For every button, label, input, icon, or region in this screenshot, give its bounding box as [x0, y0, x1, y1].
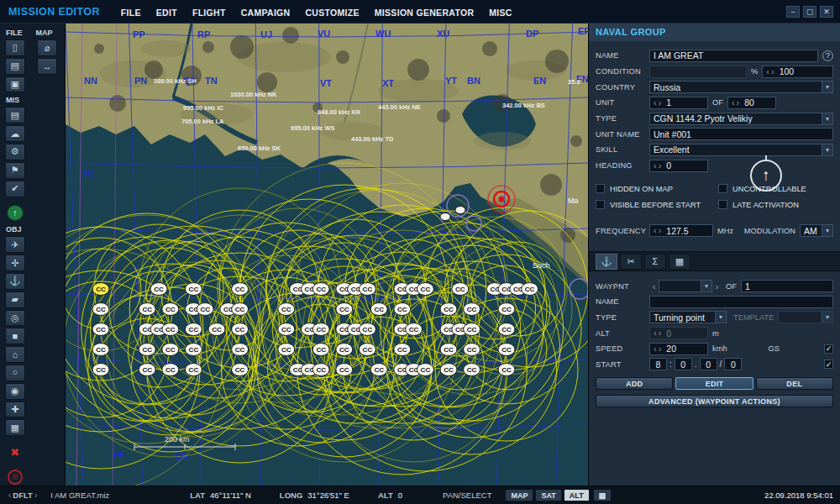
unit-badge[interactable]: CC [232, 283, 249, 296]
ed-logo[interactable]: ◎ [8, 470, 23, 485]
unit-badge[interactable]: CC [336, 364, 353, 376]
unit-badge[interactable]: CC [370, 303, 387, 316]
unit-badge[interactable]: CC [208, 323, 225, 336]
menu-misc[interactable]: MISC [481, 8, 519, 18]
condition-probability-spinner[interactable]: ‹ › 100 [762, 66, 833, 78]
spin-right-icon[interactable]: › [659, 344, 662, 354]
menu-file[interactable]: FILE [113, 8, 149, 18]
unit-badge[interactable]: CC [359, 323, 375, 336]
view-alt-button[interactable]: ALT [564, 489, 590, 501]
unit-badge[interactable]: CC [394, 344, 411, 356]
start-seconds-input[interactable]: 0 [700, 358, 717, 370]
unit-badge[interactable]: CC [278, 323, 295, 336]
spin-right-icon[interactable]: › [659, 226, 662, 235]
map-viewport[interactable]: PPRPUJVUWUXUDPEPNNPNQNTNVTXTYTBNENFNNLPE… [66, 24, 588, 486]
help-button[interactable]: ? [822, 50, 833, 61]
unit-badge[interactable]: CC [150, 283, 167, 296]
start-minutes-input[interactable]: 0 [675, 358, 692, 370]
unit-badge[interactable]: CC [440, 364, 457, 376]
add-vehicle-button[interactable]: ▰ [5, 291, 25, 308]
tab-payload[interactable]: ▦ [669, 254, 690, 270]
coord-mode-prev-button[interactable]: ‹ [8, 491, 11, 500]
add-aircraft-button[interactable]: ✈ [5, 236, 25, 253]
unit-badge[interactable]: CC [452, 283, 469, 296]
menu-mission-generator[interactable]: MISSION GENERATOR [367, 8, 481, 18]
add-warehouse-button[interactable]: ▦ [5, 419, 25, 436]
advanced-waypoint-actions-button[interactable]: ADVANCED (WAYPOINT ACTIONS) [596, 395, 833, 407]
maximize-button[interactable]: ▢ [803, 6, 816, 18]
unit-badge[interactable]: CC [232, 323, 249, 336]
unit-badge[interactable]: CC [162, 364, 179, 376]
add-helicopter-button[interactable]: ✢ [5, 255, 25, 271]
modulation-select[interactable]: AM ▾ [800, 224, 833, 237]
checkbox-box[interactable] [718, 200, 727, 209]
speed-spinner[interactable]: ‹ › 20 [649, 343, 708, 355]
unit-badge[interactable]: CC [232, 303, 249, 316]
map-layers-button[interactable]: ▤ [593, 489, 612, 501]
unit-badge[interactable]: CC [278, 344, 295, 356]
unit-badge[interactable]: CC [185, 283, 202, 296]
unit-badge[interactable]: CC [278, 303, 295, 316]
new-mission-button[interactable]: ▯ [5, 39, 25, 56]
unit-badge[interactable]: CC [417, 283, 433, 296]
add-farp-button[interactable]: ✚ [5, 402, 25, 418]
unit-badge[interactable]: CC [498, 323, 515, 336]
unit-badge[interactable]: CC [92, 283, 109, 296]
country-select[interactable]: Russia ▾ [649, 81, 833, 93]
close-button[interactable]: ✕ [820, 6, 833, 18]
waypoint-select[interactable]: ▾ [659, 280, 712, 292]
unit-badge[interactable]: CC [139, 303, 155, 316]
unit-badge[interactable]: CC [185, 344, 202, 356]
edit-waypoint-button[interactable]: EDIT [675, 377, 753, 390]
open-mission-button[interactable]: ▤ [5, 58, 25, 75]
unit-badge[interactable]: CC [185, 323, 202, 336]
unit-badge[interactable]: CC [139, 344, 155, 356]
unit-badge[interactable]: CC [440, 344, 457, 356]
tab-waypoints[interactable]: ⚓ [596, 254, 617, 270]
prev-waypoint-button[interactable]: ‹ [649, 281, 659, 291]
unit-badge[interactable]: CC [92, 323, 109, 336]
add-static-object-button[interactable]: ■ [5, 328, 25, 344]
unit-icon[interactable] [455, 207, 465, 214]
unit-badge[interactable]: CC [336, 303, 353, 316]
spin-right-icon[interactable]: › [737, 98, 740, 108]
spin-left-icon[interactable]: ‹ [766, 67, 769, 76]
spin-right-icon[interactable]: › [659, 98, 662, 108]
view-sat-button[interactable]: SAT [535, 489, 561, 501]
spin-left-icon[interactable]: ‹ [732, 98, 735, 108]
add-building-button[interactable]: ⌂ [5, 346, 25, 363]
unit-badge[interactable]: CC [336, 344, 353, 356]
unit-badge[interactable]: CC [92, 344, 109, 356]
unit-type-select[interactable]: CGN 1144.2 Pyotr Velikiy ▾ [649, 113, 833, 125]
spin-right-icon[interactable]: › [771, 67, 774, 76]
menu-edit[interactable]: EDIT [149, 8, 185, 18]
waypoint-type-select[interactable]: Turning point ▾ [649, 311, 727, 323]
del-waypoint-button[interactable]: DEL [756, 377, 833, 390]
spin-left-icon[interactable]: ‹ [654, 226, 657, 235]
fly-mission-button[interactable]: ↑ [7, 205, 24, 222]
unit-badge[interactable]: CC [312, 323, 329, 336]
menu-customize[interactable]: CUSTOMIZE [297, 8, 366, 18]
unit-badge[interactable]: CC [162, 344, 179, 356]
unit-badge[interactable]: CC [464, 364, 480, 376]
unit-index-spinner[interactable]: ‹ › 1 [649, 97, 708, 109]
tab-route[interactable]: ✂ [620, 254, 642, 270]
briefing-button[interactable]: ▤ [5, 107, 25, 123]
unit-badge[interactable]: CC [92, 303, 109, 316]
spin-left-icon[interactable]: ‹ [654, 161, 657, 171]
save-mission-button[interactable]: ▣ [5, 76, 25, 93]
checkbox-box[interactable] [596, 184, 605, 193]
checkbox-hidden-on-map[interactable]: HIDDEN ON MAP [596, 181, 718, 197]
unit-badge[interactable]: CC [522, 283, 538, 296]
spin-left-icon[interactable]: ‹ [654, 98, 657, 108]
unit-badge[interactable]: CC [370, 364, 387, 376]
weather-button[interactable]: ☁ [5, 125, 25, 142]
checkbox-late-activation[interactable]: LATE ACTIVATION [718, 197, 833, 213]
unit-badge[interactable]: CC [359, 344, 375, 356]
next-waypoint-button[interactable]: › [712, 281, 722, 291]
checkbox-visible-before-start[interactable]: VISIBLE BEFORE START [596, 197, 718, 213]
unit-badge[interactable]: CC [498, 344, 515, 356]
unit-badge[interactable]: CC [232, 364, 249, 376]
unit-badge[interactable]: CC [406, 323, 423, 336]
tab-summary[interactable]: Σ [644, 254, 666, 270]
